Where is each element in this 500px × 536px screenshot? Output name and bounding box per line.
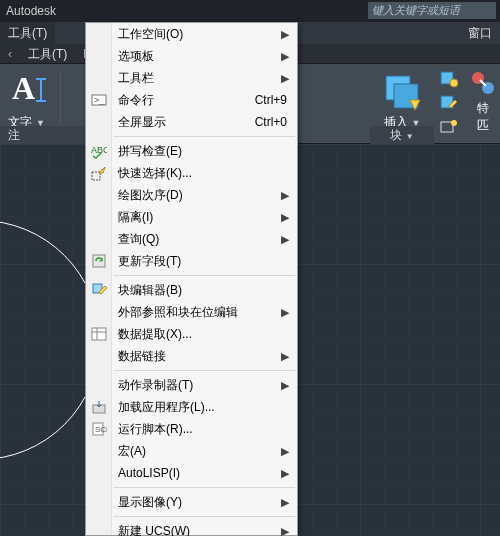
svg-text:>_: >_ — [94, 95, 105, 105]
app-name: Autodesk — [0, 4, 56, 18]
block-create-icon — [439, 70, 459, 88]
menu-separator — [114, 275, 295, 276]
create-block-button[interactable] — [434, 68, 464, 90]
tools-menu-dropdown: 工作空间(O)▶ 选项板▶ 工具栏▶ >_ 命令行Ctrl+9 全屏显示Ctrl… — [85, 22, 298, 536]
dataextract-icon — [91, 326, 107, 342]
menu-dataextract[interactable]: 数据提取(X)... — [86, 323, 297, 345]
svg-text:SCR: SCR — [95, 425, 107, 434]
submenu-arrow-icon: ▶ — [281, 491, 289, 513]
menu-loadapp[interactable]: 加载应用程序(L)... — [86, 396, 297, 418]
menu-runscript[interactable]: SCR 运行脚本(R)... — [86, 418, 297, 440]
menu-autolisp[interactable]: AutoLISP(I)▶ — [86, 462, 297, 484]
submenu-arrow-icon: ▶ — [281, 374, 289, 396]
shortcut-label: Ctrl+9 — [255, 89, 287, 111]
help-search-input[interactable]: 键入关键字或短语 — [368, 2, 496, 19]
ribbon-special-label: 特 — [466, 100, 500, 117]
menu-separator — [114, 370, 295, 371]
chevron-left-icon: ‹ — [8, 47, 12, 61]
ribbon-group-block-label: 块 ▼ — [370, 126, 434, 144]
block-edit-icon — [439, 94, 459, 112]
insert-block-button[interactable] — [380, 70, 422, 112]
submenu-arrow-icon: ▶ — [281, 67, 289, 89]
submenu-arrow-icon: ▶ — [281, 301, 289, 323]
loadapp-icon — [91, 399, 107, 415]
menu-newucs[interactable]: 新建 UCS(W)▶ — [86, 520, 297, 536]
menu-datalinks[interactable]: 数据链接▶ — [86, 345, 297, 367]
menu-isolate[interactable]: 隔离(I)▶ — [86, 206, 297, 228]
svg-point-7 — [450, 79, 458, 87]
shortcut-label: Ctrl+0 — [255, 111, 287, 133]
match-properties-button[interactable] — [466, 70, 500, 96]
ribbon-spec2-label: 匹 — [466, 117, 500, 134]
submenu-arrow-icon: ▶ — [281, 228, 289, 250]
ribbon-block-tools — [434, 68, 464, 138]
chevron-down-icon: ▼ — [406, 132, 414, 141]
menu-blockeditor[interactable]: 块编辑器(B) — [86, 279, 297, 301]
svg-rect-2 — [36, 100, 46, 102]
tab-prev-button[interactable]: ‹ — [0, 44, 20, 64]
ribbon-panel-text: A 文字▼ 注 — [0, 64, 92, 144]
submenu-arrow-icon: ▶ — [281, 462, 289, 484]
ribbon-group-annotation-label: 注 — [0, 126, 92, 144]
menu-macro[interactable]: 宏(A)▶ — [86, 440, 297, 462]
menu-xrefblockedit[interactable]: 外部参照和块在位编辑▶ — [86, 301, 297, 323]
menu-cleanscreen[interactable]: 全屏显示Ctrl+0 — [86, 111, 297, 133]
submenu-arrow-icon: ▶ — [281, 440, 289, 462]
commandline-icon: >_ — [91, 92, 107, 108]
submenu-arrow-icon: ▶ — [281, 23, 289, 45]
menu-spellcheck[interactable]: ABC 拼写检查(E) — [86, 140, 297, 162]
svg-rect-1 — [36, 78, 46, 80]
multiline-text-button[interactable]: A — [12, 70, 54, 112]
match-properties-icon — [470, 70, 496, 96]
tab-tools[interactable]: 工具(T) — [20, 44, 75, 64]
blockeditor-icon — [91, 282, 107, 298]
submenu-arrow-icon: ▶ — [281, 184, 289, 206]
menu-updatefields[interactable]: 更新字段(T) — [86, 250, 297, 272]
menu-workspace[interactable]: 工作空间(O)▶ — [86, 23, 297, 45]
menu-commandline[interactable]: >_ 命令行Ctrl+9 — [86, 89, 297, 111]
menu-separator — [114, 516, 295, 517]
svg-rect-0 — [40, 78, 42, 102]
submenu-arrow-icon: ▶ — [281, 45, 289, 67]
menu-window[interactable]: 窗口 — [460, 22, 500, 44]
text-cursor-icon — [34, 78, 48, 102]
menu-draworder[interactable]: 绘图次序(D)▶ — [86, 184, 297, 206]
insert-block-icon — [380, 70, 422, 112]
menu-inquiry[interactable]: 查询(Q)▶ — [86, 228, 297, 250]
menu-toolbars[interactable]: 工具栏▶ — [86, 67, 297, 89]
submenu-arrow-icon: ▶ — [281, 345, 289, 367]
menu-separator — [114, 136, 295, 137]
menu-displayimage[interactable]: 显示图像(Y)▶ — [86, 491, 297, 513]
edit-attributes-button[interactable] — [434, 116, 464, 138]
menu-tools[interactable]: 工具(T) — [0, 22, 55, 44]
text-A-icon: A — [12, 70, 35, 107]
menu-palettes[interactable]: 选项板▶ — [86, 45, 297, 67]
submenu-arrow-icon: ▶ — [281, 206, 289, 228]
ribbon-panel-block: 插入▼ 块 ▼ — [370, 64, 434, 144]
updatefields-icon — [91, 253, 107, 269]
block-attr-icon — [439, 118, 459, 136]
svg-text:ABC: ABC — [91, 145, 107, 155]
svg-point-10 — [451, 120, 457, 126]
spellcheck-icon: ABC — [91, 143, 107, 159]
runscript-icon: SCR — [91, 421, 107, 437]
menu-separator — [114, 487, 295, 488]
edit-block-button[interactable] — [434, 92, 464, 114]
submenu-arrow-icon: ▶ — [281, 520, 289, 536]
svg-rect-19 — [92, 328, 106, 340]
menu-actionrecorder[interactable]: 动作录制器(T)▶ — [86, 374, 297, 396]
quickselect-icon — [91, 165, 107, 181]
menu-quickselect[interactable]: 快速选择(K)... — [86, 162, 297, 184]
ribbon-panel-properties: 特 匹 — [466, 64, 500, 144]
